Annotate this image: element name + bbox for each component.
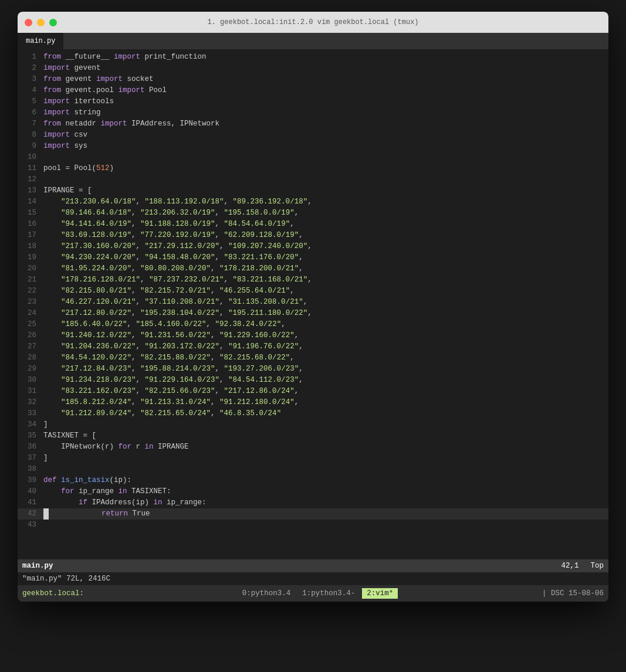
code-line-17: 17 "83.69.128.0/19", "77.220.192.0/19", … bbox=[18, 230, 608, 241]
code-line-9: 9import sys bbox=[18, 141, 608, 152]
code-line-30: 30 "91.234.218.0/23", "91.229.164.0/23",… bbox=[18, 375, 608, 386]
token-plain: pool = Pool( bbox=[43, 164, 96, 172]
token-plain bbox=[43, 331, 61, 340]
token-plain: IPNetwork(r) bbox=[43, 443, 119, 451]
code-line-21: 21 "178.216.128.0/21", "87.237.232.0/21"… bbox=[18, 274, 608, 286]
token-plain: , bbox=[281, 320, 286, 328]
close-button[interactable] bbox=[25, 19, 32, 26]
token-plain: , bbox=[215, 365, 224, 373]
token-str: "195.211.180.0/22" bbox=[228, 309, 307, 317]
line-content: import string bbox=[41, 107, 101, 118]
token-str: "94.230.224.0/20" bbox=[61, 253, 136, 262]
tmux-tab[interactable]: 1:python3.4- bbox=[297, 588, 360, 599]
tmux-hostname: geekbot.local: bbox=[22, 589, 84, 598]
line-content bbox=[41, 520, 43, 531]
line-number: 29 bbox=[18, 364, 41, 375]
line-content: "84.54.120.0/22", "82.215.88.0/22", "82.… bbox=[41, 352, 295, 364]
token-str: "91.229.160.0/22" bbox=[219, 331, 295, 340]
code-line-38: 38 bbox=[18, 464, 608, 475]
tmux-tab[interactable]: 2:vim* bbox=[362, 588, 398, 599]
token-plain: , bbox=[211, 331, 219, 340]
token-str: "46.227.120.0/21" bbox=[61, 298, 136, 306]
token-str: "83.221.162.0/23" bbox=[61, 387, 136, 395]
token-plain: , bbox=[299, 342, 303, 351]
line-number: 31 bbox=[18, 386, 41, 397]
code-line-34: 34] bbox=[18, 419, 608, 430]
titlebar: 1. geekbot.local:init.2.0 vim geekbot.lo… bbox=[18, 12, 608, 33]
line-number: 32 bbox=[18, 397, 41, 408]
token-fn: is_in_tasix bbox=[61, 476, 110, 484]
code-line-14: 14 "213.230.64.0/18", "188.113.192.0/18"… bbox=[18, 196, 608, 208]
line-content: import gevent bbox=[41, 63, 101, 74]
code-line-31: 31 "83.221.162.0/23", "82.215.66.0/23", … bbox=[18, 386, 608, 397]
token-plain: , bbox=[299, 253, 303, 262]
token-str: "213.206.32.0/19" bbox=[140, 209, 215, 217]
token-kw: return bbox=[101, 510, 128, 518]
token-plain: ip_range: bbox=[163, 498, 207, 507]
line-number: 6 bbox=[18, 107, 41, 118]
token-kw: import bbox=[43, 131, 70, 139]
tab-main-py[interactable]: main.py bbox=[18, 33, 63, 49]
token-plain: , bbox=[131, 209, 140, 217]
maximize-button[interactable] bbox=[49, 19, 57, 26]
token-str: "84.54.112.0/23" bbox=[228, 376, 299, 384]
line-number: 25 bbox=[18, 319, 41, 330]
token-kw: from bbox=[43, 120, 61, 128]
token-plain: , bbox=[224, 276, 233, 284]
line-content: "46.227.120.0/21", "37.110.208.0/21", "3… bbox=[41, 297, 307, 308]
code-line-37: 37] bbox=[18, 453, 608, 464]
code-line-40: 40 for ip_range in TASIXNET: bbox=[18, 486, 608, 497]
code-line-32: 32 "185.8.212.0/24", "91.213.31.0/24", "… bbox=[18, 397, 608, 408]
token-str: "217.12.80.0/22" bbox=[61, 309, 131, 317]
token-plain bbox=[43, 409, 61, 418]
code-line-10: 10 bbox=[18, 152, 608, 163]
token-plain: csv bbox=[70, 131, 87, 139]
token-plain: , bbox=[127, 320, 136, 328]
token-plain: , bbox=[215, 231, 224, 239]
code-line-4: 4from gevent.pool import Pool bbox=[18, 85, 608, 96]
token-str: "91.213.31.0/24" bbox=[140, 398, 211, 406]
tmux-right: | DSC 15-08-06 bbox=[542, 589, 604, 598]
line-content: "217.30.160.0/20", "217.29.112.0/20", "1… bbox=[41, 241, 312, 252]
token-plain: , bbox=[224, 198, 233, 206]
line-number: 27 bbox=[18, 341, 41, 352]
token-kw: import bbox=[43, 97, 70, 106]
token-kw: import bbox=[43, 64, 70, 72]
token-kw: import bbox=[96, 75, 123, 83]
code-line-41: 41 if IPAddress(ip) in ip_range: bbox=[18, 497, 608, 508]
token-plain: r bbox=[131, 443, 145, 451]
token-plain: , bbox=[295, 331, 299, 340]
code-line-15: 15 "89.146.64.0/18", "213.206.32.0/19", … bbox=[18, 208, 608, 219]
code-line-19: 19 "94.230.224.0/20", "94.158.48.0/20", … bbox=[18, 252, 608, 263]
token-plain: , bbox=[211, 398, 219, 406]
token-plain: sys bbox=[70, 142, 87, 150]
token-kw: from bbox=[43, 75, 61, 83]
code-line-16: 16 "94.141.64.0/19", "91.188.128.0/19", … bbox=[18, 219, 608, 230]
token-str: "46.8.35.0/24" bbox=[219, 409, 281, 418]
tabbar: main.py bbox=[18, 33, 608, 49]
line-number: 9 bbox=[18, 141, 41, 152]
line-number: 18 bbox=[18, 241, 41, 252]
token-kw: for bbox=[61, 487, 75, 495]
line-number: 12 bbox=[18, 174, 41, 185]
code-line-5: 5import itertools bbox=[18, 96, 608, 107]
token-plain: , bbox=[136, 376, 145, 384]
token-kw: from bbox=[43, 86, 61, 94]
token-str: "185.4.160.0/22" bbox=[136, 320, 207, 328]
token-kw: in bbox=[119, 487, 127, 495]
token-kw: if bbox=[79, 498, 87, 507]
minimize-button[interactable] bbox=[37, 19, 45, 26]
token-plain: , bbox=[290, 287, 295, 295]
token-plain: , bbox=[307, 198, 312, 206]
token-str: "195.158.0.0/19" bbox=[224, 209, 295, 217]
token-plain: True bbox=[128, 510, 150, 518]
tmux-tab[interactable]: 0:python3.4 bbox=[238, 588, 296, 599]
token-str: "217.12.86.0/24" bbox=[224, 387, 295, 395]
terminal-window: 1. geekbot.local:init.2.0 vim geekbot.lo… bbox=[18, 12, 608, 602]
token-plain: , bbox=[211, 287, 219, 295]
code-editor[interactable]: 1from __future__ import print_function2i… bbox=[18, 49, 608, 559]
token-str: "62.209.128.0/19" bbox=[224, 231, 299, 239]
token-plain: , bbox=[307, 276, 312, 284]
token-plain bbox=[43, 342, 61, 351]
code-line-11: 11pool = Pool(512) bbox=[18, 163, 608, 174]
